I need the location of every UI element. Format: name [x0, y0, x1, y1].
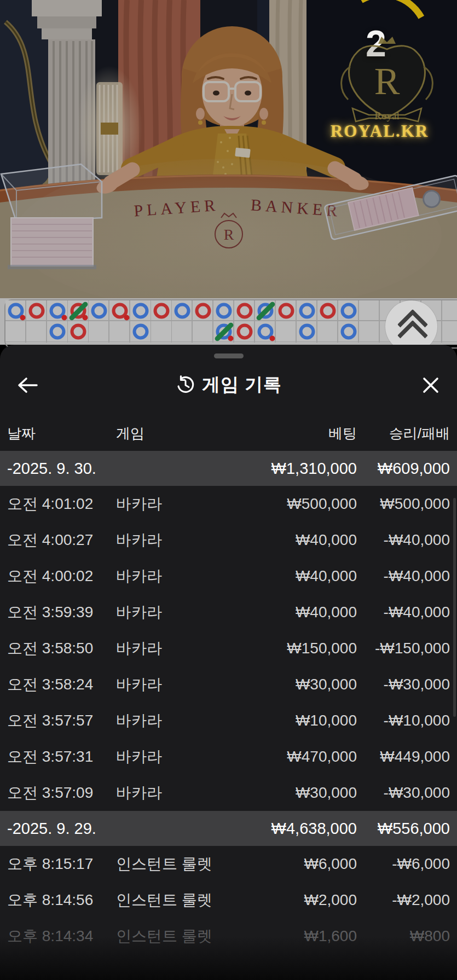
history-row[interactable]: 오후 8:14:34 인스턴트 룰렛 ₩1,600 ₩800	[0, 918, 457, 954]
row-winloss: -₩40,000	[357, 567, 450, 585]
roadmap-cell-blue	[258, 303, 274, 319]
drag-handle[interactable]	[214, 353, 244, 358]
history-row[interactable]: 오전 4:01:02 바카라 ₩500,000 ₩500,000	[0, 486, 457, 522]
history-row[interactable]: 오전 3:57:31 바카라 ₩470,000 ₩449,000	[0, 739, 457, 775]
row-bet: ₩1,600	[239, 927, 357, 945]
group-date: -2025. 9. 30.	[7, 460, 116, 478]
group-total-bet: ₩4,638,000	[239, 820, 357, 838]
row-time: 오전 3:57:31	[7, 746, 116, 767]
row-game: 바카라	[116, 494, 239, 514]
group-total-bet: ₩1,310,000	[239, 460, 357, 478]
roadmap-cell-blue	[50, 324, 66, 340]
history-row[interactable]: 오전 3:58:50 바카라 ₩150,000 -₩150,000	[0, 630, 457, 666]
row-time: 오전 4:00:27	[7, 530, 116, 550]
roadmap-cell-blue	[216, 303, 232, 319]
column-game: 게임	[116, 424, 239, 443]
row-game: 바카라	[116, 710, 239, 731]
row-winloss: -₩6,000	[357, 855, 450, 873]
column-winloss: 승리/패배	[357, 424, 450, 443]
roadmap-cell-red	[279, 303, 294, 319]
group-total-winloss: ₩556,000	[357, 820, 450, 838]
roadmap-cell-blue	[8, 303, 24, 319]
history-row[interactable]: 오전 4:00:27 바카라 ₩40,000 -₩40,000	[0, 522, 457, 558]
roadmap-cell-blue	[91, 303, 107, 319]
roadmap-cell-red	[112, 303, 128, 319]
roadmap-cell-red	[71, 303, 86, 319]
row-time: 오후 8:14:56	[7, 890, 116, 911]
row-bet: ₩30,000	[239, 676, 357, 693]
roadmap-cell-blue	[50, 303, 66, 319]
row-game: 바카라	[116, 782, 239, 803]
roadmap-cell-red	[195, 303, 211, 319]
crest-letter: R	[374, 60, 400, 102]
sheet-header: 게임 기록	[0, 368, 457, 402]
roadmap-cell-blue	[299, 303, 315, 319]
close-icon	[423, 377, 439, 393]
row-bet: ₩2,000	[239, 891, 357, 909]
history-row[interactable]: 오후 8:15:17 인스턴트 룰렛 ₩6,000 -₩6,000	[0, 846, 457, 882]
table-emblem-letter: R	[224, 226, 234, 243]
roadmap-cell-blue	[341, 324, 357, 340]
group-date: -2025. 9. 29.	[7, 820, 116, 838]
title-wrap: 게임 기록	[0, 368, 457, 402]
row-game: 바카라	[116, 602, 239, 623]
history-row[interactable]: 오전 3:57:57 바카라 ₩10,000 -₩10,000	[0, 703, 457, 739]
card-stack-holder	[1, 164, 102, 269]
row-bet: ₩6,000	[239, 855, 357, 873]
roadmap-cell-blue	[133, 324, 149, 340]
royal-crest-logo: R Royal	[335, 33, 439, 129]
row-bet: ₩150,000	[239, 640, 357, 657]
row-bet: ₩40,000	[239, 604, 357, 621]
row-winloss: ₩800	[357, 927, 450, 945]
row-game: 바카라	[116, 566, 239, 587]
crest-banner: Royal	[374, 110, 399, 121]
row-bet: ₩500,000	[239, 495, 357, 513]
row-bet: ₩40,000	[239, 567, 357, 585]
roadmap-cell-blue	[341, 303, 357, 319]
date-group-row[interactable]: -2025. 9. 29. ₩4,638,000 ₩556,000	[0, 811, 457, 846]
row-game: 바카라	[116, 530, 239, 550]
row-game: 인스턴트 룰렛	[116, 890, 239, 911]
row-winloss: -₩40,000	[357, 604, 450, 621]
row-time: 오전 3:57:57	[7, 710, 116, 731]
row-game: 바카라	[116, 674, 239, 695]
history-row[interactable]: 오후 8:14:56 인스턴트 룰렛 ₩2,000 -₩2,000	[0, 882, 457, 918]
roadmap-cell-blue	[175, 303, 190, 319]
history-row[interactable]: 오전 3:59:39 바카라 ₩40,000 -₩40,000	[0, 594, 457, 630]
history-row[interactable]: 오전 4:00:02 바카라 ₩40,000 -₩40,000	[0, 558, 457, 594]
row-bet: ₩10,000	[239, 712, 357, 729]
scrollbar-thumb[interactable]	[453, 498, 456, 717]
history-row[interactable]: 오전 3:58:24 바카라 ₩30,000 -₩30,000	[0, 666, 457, 703]
group-total-winloss: ₩609,000	[357, 460, 450, 478]
row-time: 오후 8:15:17	[7, 854, 116, 874]
row-time: 오전 3:57:09	[7, 782, 116, 803]
row-bet: ₩30,000	[239, 784, 357, 802]
live-video-area: PLAYER BANKER R	[0, 0, 457, 298]
row-time: 오후 8:14:34	[7, 926, 116, 947]
roadmap-cell-blue	[133, 303, 149, 319]
row-time: 오전 3:58:24	[7, 674, 116, 695]
row-time: 오전 3:58:50	[7, 638, 116, 659]
roadmap-cell-blue	[216, 324, 232, 340]
row-time: 오전 3:59:39	[7, 602, 116, 623]
roadmap-cell-red	[237, 324, 253, 340]
brand-logo-text: ROYAL.KR	[304, 121, 455, 141]
row-winloss: -₩2,000	[357, 891, 450, 909]
row-game: 바카라	[116, 638, 239, 659]
close-button[interactable]	[415, 372, 446, 398]
row-bet: ₩40,000	[239, 531, 357, 549]
row-winloss: ₩500,000	[357, 495, 450, 513]
roadmap-cell-blue	[258, 324, 274, 340]
column-date: 날짜	[7, 424, 116, 443]
roadmap-cell-red	[237, 303, 253, 319]
row-winloss: -₩30,000	[357, 784, 450, 802]
roadmap-cell-red	[154, 303, 170, 319]
row-winloss: ₩449,000	[357, 748, 450, 766]
history-row[interactable]: 오전 3:57:09 바카라 ₩30,000 -₩30,000	[0, 775, 457, 811]
date-group-row[interactable]: -2025. 9. 30. ₩1,310,000 ₩609,000	[0, 451, 457, 486]
sheet-title: 게임 기록	[202, 373, 282, 397]
row-winloss: -₩10,000	[357, 712, 450, 729]
game-history-sheet: 게임 기록 날짜 게임 베팅 승리/패배 -2025. 9. 30. ₩1,31…	[0, 345, 457, 980]
table-column-header: 날짜 게임 베팅 승리/패배	[0, 416, 457, 451]
roadmap-cell-blue	[299, 324, 315, 340]
